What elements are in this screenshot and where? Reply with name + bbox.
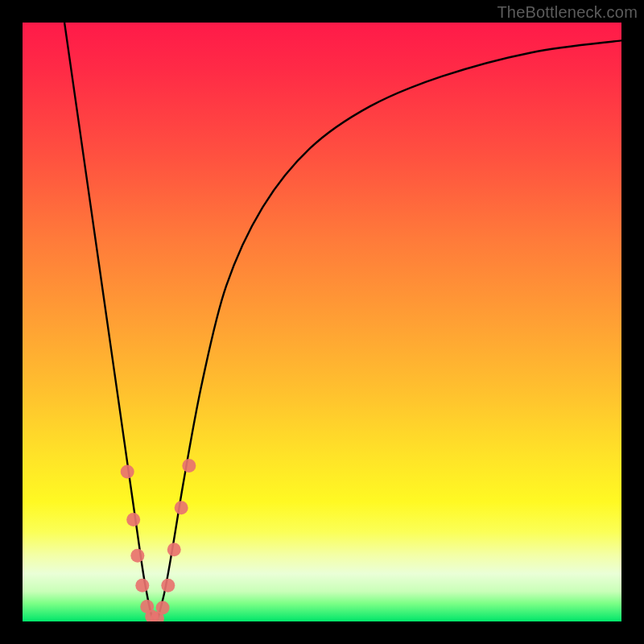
marker-dot <box>167 543 181 556</box>
marker-group <box>121 459 196 621</box>
marker-dot <box>182 459 196 473</box>
bottleneck-curve <box>64 23 621 621</box>
outer-frame: TheBottleneck.com <box>0 0 644 644</box>
watermark-text: TheBottleneck.com <box>497 3 638 22</box>
marker-dot <box>156 601 170 614</box>
bottleneck-curve-svg <box>23 23 621 621</box>
marker-dot <box>130 549 144 563</box>
marker-dot <box>135 579 149 592</box>
marker-dot <box>126 513 140 526</box>
plot-area <box>23 23 621 621</box>
marker-dot <box>175 501 188 514</box>
marker-dot <box>121 465 134 479</box>
marker-dot <box>161 579 175 592</box>
